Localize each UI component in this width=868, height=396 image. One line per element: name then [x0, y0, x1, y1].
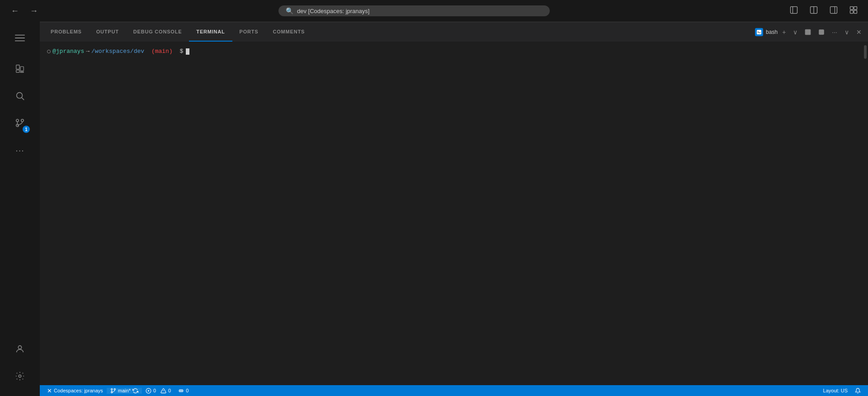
svg-rect-8 — [850, 10, 854, 13]
tab-comments[interactable]: COMMENTS — [266, 22, 312, 42]
source-control-badge: 1 — [23, 126, 30, 133]
terminal-scrollbar[interactable] — [863, 42, 868, 385]
svg-rect-7 — [854, 6, 857, 9]
titlebar-right — [787, 5, 861, 18]
sidebar-item-source-control[interactable]: 1 — [7, 110, 33, 136]
statusbar-left: ✕ Codespaces: jpranays main* — [43, 387, 192, 394]
titlebar: ← → 🔍 — [0, 0, 868, 22]
terminal-area[interactable]: @jpranays → /workspaces/dev (main) $ — [40, 42, 868, 385]
sidebar-item-hamburger[interactable] — [7, 25, 33, 51]
svg-rect-24 — [757, 30, 761, 34]
sidebar-item-search[interactable] — [7, 83, 33, 108]
panel-tabs-left: PROBLEMS OUTPUT DEBUG CONSOLE TERMINAL P… — [43, 22, 312, 42]
toggle-editor-layout-button[interactable] — [807, 5, 821, 18]
statusbar-bell[interactable] — [851, 388, 864, 394]
svg-rect-10 — [15, 35, 25, 36]
svg-rect-9 — [854, 10, 857, 13]
branch-icon — [110, 388, 116, 394]
prompt-circle — [47, 50, 51, 53]
terminal-branch: (main) — [151, 47, 173, 57]
terminal-cursor — [186, 48, 189, 55]
statusbar-ports[interactable]: 0 — [175, 388, 192, 394]
panel-tabs: PROBLEMS OUTPUT DEBUG CONSOLE TERMINAL P… — [40, 22, 868, 42]
main-area: 1 ··· — [0, 22, 868, 396]
close-panel-button[interactable]: ✕ — [854, 27, 864, 37]
sync-icon — [132, 388, 138, 394]
warning-icon — [160, 388, 166, 394]
tab-ports[interactable]: PORTS — [232, 22, 266, 42]
statusbar-codespaces[interactable]: ✕ Codespaces: jpranays — [43, 387, 107, 394]
back-button[interactable]: ← — [7, 5, 23, 18]
launch-profile-button[interactable]: ∨ — [790, 27, 800, 37]
more-actions-button[interactable]: ··· — [829, 27, 840, 37]
svg-rect-14 — [20, 66, 24, 71]
svg-rect-4 — [830, 6, 837, 13]
svg-rect-15 — [16, 70, 19, 73]
activity-bar-bottom — [7, 336, 33, 389]
tab-output[interactable]: OUTPUT — [89, 22, 126, 42]
svg-point-20 — [16, 119, 19, 122]
toggle-primary-sidebar-button[interactable] — [787, 5, 801, 18]
terminal-dollar: $ — [180, 47, 184, 57]
sidebar-item-settings[interactable] — [7, 363, 33, 389]
remote-icon: ✕ — [47, 387, 52, 394]
terminal-scrollbar-thumb — [864, 45, 867, 59]
forward-button[interactable]: → — [26, 5, 42, 18]
bash-icon — [755, 28, 763, 36]
svg-rect-12 — [15, 41, 25, 42]
toggle-secondary-sidebar-button[interactable] — [826, 5, 841, 18]
sidebar-item-extensions[interactable]: ··· — [7, 137, 33, 163]
statusbar-branch[interactable]: main* — [107, 388, 142, 394]
ports-icon — [178, 388, 184, 394]
svg-rect-0 — [791, 6, 797, 13]
kill-terminal-button[interactable] — [816, 28, 827, 37]
toggle-panel-size-button[interactable]: ∨ — [842, 27, 852, 37]
add-terminal-button[interactable]: + — [779, 27, 788, 37]
bell-icon — [855, 388, 861, 394]
tab-terminal[interactable]: TERMINAL — [189, 22, 232, 42]
svg-point-22 — [18, 346, 21, 349]
search-input[interactable] — [297, 8, 542, 14]
titlebar-nav: ← → — [7, 5, 42, 18]
statusbar: ✕ Codespaces: jpranays main* — [40, 385, 868, 396]
terminal-path: /workspaces/dev — [91, 47, 144, 57]
split-terminal-button[interactable] — [802, 28, 814, 37]
tab-problems[interactable]: PROBLEMS — [43, 22, 89, 42]
bash-label: bash — [755, 28, 778, 36]
search-icon: 🔍 — [286, 7, 293, 14]
svg-point-17 — [17, 93, 23, 99]
svg-rect-16 — [20, 71, 24, 72]
customize-layout-button[interactable] — [846, 5, 861, 18]
error-icon — [146, 388, 151, 394]
terminal-prompt-line: @jpranays → /workspaces/dev (main) $ — [47, 47, 861, 57]
activity-bar-top: 1 ··· — [7, 25, 33, 335]
svg-line-18 — [22, 98, 24, 100]
content-area: PROBLEMS OUTPUT DEBUG CONSOLE TERMINAL P… — [40, 22, 868, 396]
tab-debug-console[interactable]: DEBUG CONSOLE — [126, 22, 189, 42]
sidebar-item-account[interactable] — [7, 336, 33, 362]
svg-rect-6 — [850, 6, 854, 9]
statusbar-layout[interactable]: Layout: US — [820, 388, 851, 393]
terminal-arrow: → — [86, 47, 90, 57]
svg-point-21 — [21, 119, 24, 122]
svg-rect-11 — [15, 38, 25, 38]
svg-point-30 — [111, 388, 112, 390]
statusbar-errors[interactable]: 0 0 — [142, 388, 175, 394]
terminal-user: @jpranays — [52, 47, 84, 57]
activity-bar: 1 ··· — [0, 22, 40, 396]
panel-tabs-right: bash + ∨ — [755, 27, 864, 37]
titlebar-search[interactable]: 🔍 — [278, 5, 550, 16]
statusbar-right: Layout: US — [820, 388, 864, 394]
sidebar-item-explorer[interactable] — [7, 56, 33, 81]
svg-point-23 — [19, 375, 21, 377]
svg-point-31 — [114, 388, 115, 390]
svg-rect-13 — [16, 65, 19, 69]
